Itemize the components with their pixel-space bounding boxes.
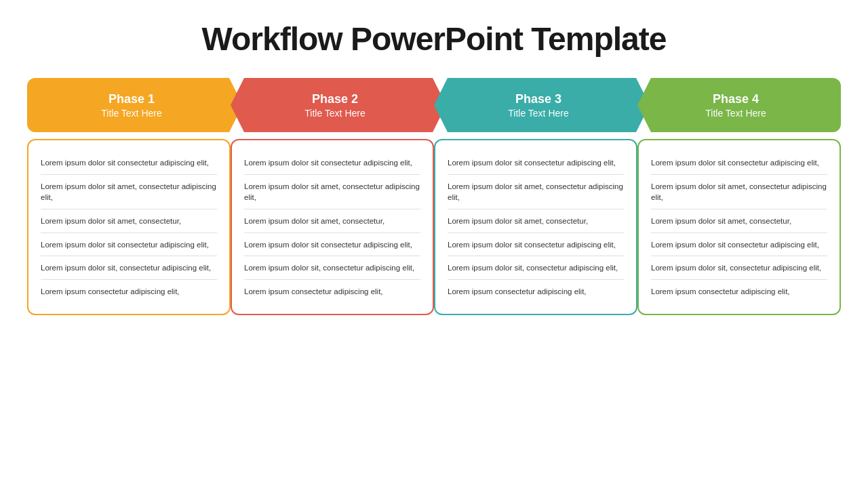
list-item: Lorem ipsum consectetur adipiscing elit, [41,280,217,303]
list-item: Lorem ipsum dolor sit consectetur adipis… [41,151,217,175]
list-item: Lorem ipsum dolor sit consectetur adipis… [41,233,217,257]
list-item: Lorem ipsum dolor sit consectetur adipis… [448,151,624,175]
phase-4-subtitle: Title Text Here [705,108,766,119]
list-item: Lorem ipsum dolor sit amet, consectetur, [41,209,217,233]
phase-2-body: Lorem ipsum dolor sit consectetur adipis… [231,139,434,315]
list-item: Lorem ipsum dolor sit consectetur adipis… [244,151,420,175]
phase-1-header: Phase 1 Title Text Here [27,78,243,132]
phase-4-header: Phase 4 Title Text Here [637,78,841,132]
phase-2-header: Phase 2 Title Text Here [231,78,446,132]
phase-3-body: Lorem ipsum dolor sit consectetur adipis… [434,139,637,315]
list-item: Lorem ipsum dolor sit amet, consectetur … [448,175,624,209]
list-item: Lorem ipsum dolor sit amet, consectetur, [651,209,827,233]
list-item: Lorem ipsum dolor sit amet, consectetur … [244,175,420,209]
list-item: Lorem ipsum consectetur adipiscing elit, [244,280,420,303]
list-item: Lorem ipsum dolor sit amet, consectetur … [651,175,827,209]
list-item: Lorem ipsum dolor sit consectetur adipis… [651,233,827,257]
list-item: Lorem ipsum dolor sit amet, consectetur, [244,209,420,233]
list-item: Lorem ipsum dolor sit, consectetur adipi… [448,256,624,280]
list-item: Lorem ipsum consectetur adipiscing elit, [651,280,827,303]
phase-3-subtitle: Title Text Here [508,108,568,119]
phases-container: Phase 1 Title Text Here Lorem ipsum dolo… [27,78,841,315]
phase-3-header: Phase 3 Title Text Here [434,78,650,132]
phase-1-subtitle: Title Text Here [101,108,161,119]
list-item: Lorem ipsum consectetur adipiscing elit, [448,280,624,303]
phase-1-body: Lorem ipsum dolor sit consectetur adipis… [27,139,231,315]
list-item: Lorem ipsum dolor sit, consectetur adipi… [651,256,827,280]
phase-1-wrapper: Phase 1 Title Text Here Lorem ipsum dolo… [27,78,231,315]
phase-2-subtitle: Title Text Here [304,108,365,119]
list-item: Lorem ipsum dolor sit consectetur adipis… [244,233,420,257]
phase-4-label: Phase 4 [713,92,759,106]
phase-2-label: Phase 2 [312,92,358,106]
list-item: Lorem ipsum dolor sit, consectetur adipi… [41,256,217,280]
phase-2-wrapper: Phase 2 Title Text Here Lorem ipsum dolo… [231,78,434,315]
phase-1-label: Phase 1 [108,92,155,106]
list-item: Lorem ipsum dolor sit amet, consectetur, [448,209,624,233]
phase-4-wrapper: Phase 4 Title Text Here Lorem ipsum dolo… [637,78,841,315]
list-item: Lorem ipsum dolor sit consectetur adipis… [651,151,827,175]
list-item: Lorem ipsum dolor sit amet, consectetur … [41,175,217,209]
list-item: Lorem ipsum dolor sit consectetur adipis… [448,233,624,257]
list-item: Lorem ipsum dolor sit, consectetur adipi… [244,256,420,280]
phase-3-wrapper: Phase 3 Title Text Here Lorem ipsum dolo… [434,78,637,315]
phase-3-label: Phase 3 [515,92,561,106]
page-title: Workflow PowerPoint Template [202,20,667,58]
phase-4-body: Lorem ipsum dolor sit consectetur adipis… [637,139,841,315]
